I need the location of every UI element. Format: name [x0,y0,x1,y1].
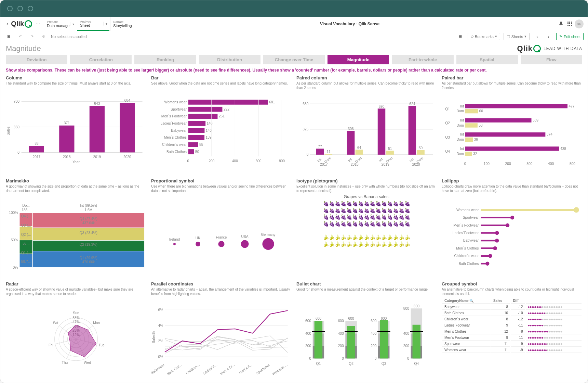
svg-point-191 [485,262,489,266]
svg-text:Q2: Q2 [445,121,450,125]
window-dot[interactable] [17,6,23,11]
svg-text:Q2 (19.3%): Q2 (19.3%) [80,243,98,246]
bar-chart[interactable]: Womens wear681Sportwear292Men´s Footwear… [151,87,292,175]
window-dot[interactable] [7,6,13,11]
svg-rect-6 [567,25,569,26]
svg-text:Int: Int [317,157,322,163]
svg-text:309: 309 [533,118,538,122]
next-sheet-icon[interactable]: › [545,33,553,41]
tabs: DeviationCorrelationRankingDistributionC… [0,55,588,66]
svg-text:2%: 2% [158,339,163,343]
prev-sheet-icon[interactable]: ‹ [533,33,541,41]
cell-bullet: Bullet chart Good for showing a measurem… [296,281,437,377]
tab-magnitude[interactable]: Magnitude [328,55,389,64]
bullet-chart[interactable]: Q10200400600600Q20200400600600Q302004006… [296,293,437,377]
svg-rect-93 [417,150,424,154]
table-row[interactable]: Men´s Footwear9-11●●●●●●●●●●●●●●●●●●●● [442,335,582,341]
svg-text:0: 0 [17,151,19,154]
svg-rect-8 [571,25,572,26]
svg-text:800: 800 [279,159,285,163]
top-nav: ‹ Qlik ⋯ Prepare Data manager ▾ Analyze … [0,17,588,31]
avatar[interactable]: RR [575,20,584,28]
nav-narrate[interactable]: Narrate Storytelling [110,17,143,31]
paired-bar-chart[interactable]: Q1Int477Dom60Q2Int309Dom58Q3Int374Dom36Q… [442,91,582,175]
svg-text:400: 400 [305,332,311,335]
table-row[interactable]: Children´s wear8-12●●●●●●●●●●●●●●●●●●●● [442,317,582,322]
bell-icon[interactable] [557,20,565,28]
grouped-symbol-table[interactable]: CategoryName 🔍SalesDiffBabywear8-12●●●●●… [442,297,582,377]
cell-bar: Bar See above. Good when the data are no… [151,75,292,175]
selections-toolbar: ⊞ ↶ ↷ ⊘ No selections applied ▦ ◇ Bookma… [0,31,588,42]
tab-spatial[interactable]: Spatial [456,55,518,64]
lollipop-chart[interactable]: Womens wearSportwearMen´s FootwearLadies… [442,194,582,278]
tab-distribution[interactable]: Distribution [199,55,260,64]
svg-text:200: 200 [305,344,311,348]
svg-text:800: 800 [403,307,409,310]
proportional-symbol-chart[interactable]: IrelandUKFranceUSAGermany [151,194,292,278]
column-chart[interactable]: 0350700882017371201864320196842020YearSa… [6,87,146,175]
svg-text:800: 800 [414,304,419,308]
tab-deviation[interactable]: Deviation [6,55,67,64]
svg-text:France: France [216,235,227,239]
svg-rect-32 [188,107,222,112]
svg-text:0: 0 [309,357,311,360]
nav-analyze[interactable]: Analyze Sheet ▾ [77,17,109,31]
svg-point-170 [574,207,579,213]
paired-column-chart[interactable]: 032565077Int11Dom2017306Int64Dom2018590I… [296,91,437,175]
tab-flow[interactable]: Flow [521,55,582,64]
isotype-chart[interactable]: Grapes vs Banana sales:🍇🍇🍇🍇🍇🍇🍇🍇🍇🍇🍇🍇🍇🍇🍇🍇🍇… [296,194,437,278]
svg-text:Womens wear: Womens wear [164,100,187,104]
svg-rect-83 [378,108,385,155]
marimekko-chart[interactable]: 0%50%100%Do...186...Q4 (...Q3 (...Q2 (..… [6,194,146,278]
table-row[interactable]: Men´s Clothes12-8●●●●●●●●●●●●●●●●●●●● [442,329,582,334]
svg-text:Dom: Dom [456,124,464,127]
svg-rect-44 [188,135,204,140]
svg-text:Babywear: Babywear [151,363,165,375]
table-row[interactable]: Sportwear11-9●●●●●●●●●●●●●●●●●●●● [442,341,582,347]
bookmarks-button[interactable]: ◇ Bookmarks ▾ [468,33,500,40]
cell-column: Column The standard way to compare the s… [6,75,146,175]
svg-text:0%: 0% [13,266,18,269]
window-dot[interactable] [28,6,33,11]
cell-parallel: Parallel coordinates An alternative to r… [151,281,292,377]
svg-text:Ladies´F...: Ladies´F... [202,363,218,375]
svg-text:Q1 (29.9%): Q1 (29.9%) [80,256,98,260]
svg-text:Ladies´Footwear: Ladies´Footwear [453,231,479,235]
table-row[interactable]: Bath Clothes10-10●●●●●●●●●●●●●●●●●●●● [442,310,582,316]
svg-text:700: 700 [14,100,19,103]
tab-ranking[interactable]: Ranking [134,55,196,64]
svg-text:Q3 (...: Q3 (... [21,224,31,227]
svg-text:200: 200 [209,159,214,163]
insight-advisor-icon[interactable]: ▦ [456,33,464,41]
svg-point-164 [241,240,249,248]
search-selections-icon[interactable]: ⊞ [4,33,13,41]
nav-prepare[interactable]: Prepare Data manager ▾ [44,17,76,31]
svg-text:100%: 100% [9,211,18,215]
svg-text:0: 0 [407,357,409,360]
sheets-button[interactable]: ▢ Sheets ▾ [504,33,530,40]
chevron-down-icon[interactable]: ▾ [103,22,107,25]
table-row[interactable]: Babywear8-12●●●●●●●●●●●●●●●●●●●● [442,304,582,310]
radar-chart[interactable]: SunMonTueWedThuFriSat12%23%35%47%58% [6,297,146,377]
tab-part-to-whole[interactable]: Part-to-whole [392,55,453,64]
tab-correlation[interactable]: Correlation [70,55,132,64]
more-menu-icon[interactable]: ⋯ [33,21,43,27]
page-header: Magnitude Qlik LEAD WITH DATA [0,42,588,55]
svg-rect-122 [465,152,472,156]
chevron-down-icon[interactable]: ▾ [70,22,74,26]
table-row[interactable]: Ladies´Footwear9-11●●●●●●●●●●●●●●●●●●●● [442,323,582,328]
svg-rect-2 [571,22,572,23]
tab-change-over-time[interactable]: Change over Time [263,55,325,64]
svg-rect-108 [465,123,478,127]
svg-text:Wed: Wed [84,361,91,365]
back-arrow-icon[interactable]: ‹ [4,21,10,27]
svg-text:400: 400 [338,332,344,335]
brand-right: Qlik LEAD WITH DATA [517,44,582,53]
parallel-coordinates-chart[interactable]: 0%2%4%6%Sales%BabywearBath Clot...Childr… [151,297,292,377]
table-row[interactable]: Womens wear11-9●●●●●●●●●●●●●●●●●●●● [442,347,582,353]
cell-isotype: Isotype (pictogram) Excellent solution i… [296,178,437,278]
apps-grid-icon[interactable] [566,20,574,28]
svg-rect-1 [569,22,570,23]
svg-rect-248 [347,326,355,359]
edit-sheet-button[interactable]: ✎ Edit sheet [556,33,584,40]
